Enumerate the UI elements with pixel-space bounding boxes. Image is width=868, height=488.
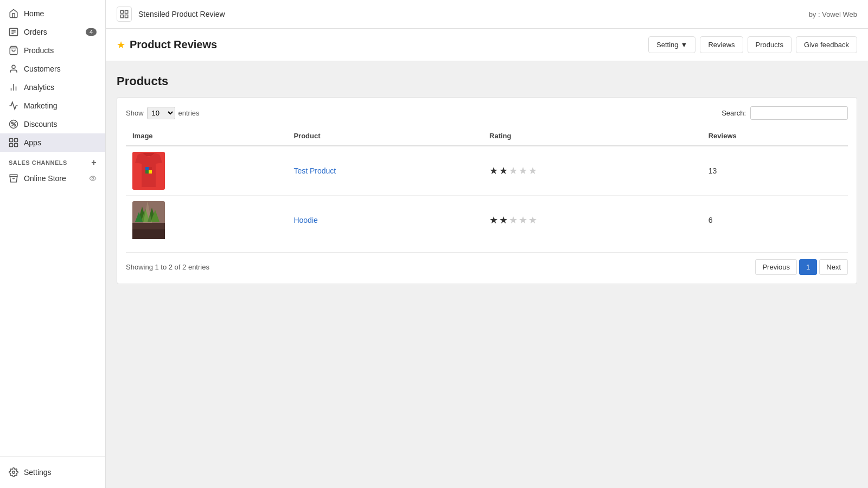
product-name-cell: Test Product	[287, 146, 483, 196]
table-footer: Showing 1 to 2 of 2 entries Previous 1 N…	[126, 252, 848, 275]
svg-rect-28	[149, 170, 152, 174]
star-filled: ★	[499, 165, 509, 176]
svg-rect-25	[145, 167, 149, 170]
feedback-button[interactable]: Give feedback	[796, 36, 857, 53]
table-controls: Show 10 25 50 100 entries Search:	[126, 106, 848, 120]
add-sales-channel-button[interactable]: +	[91, 158, 97, 167]
entries-label: entries	[178, 109, 200, 117]
star-filled: ★	[489, 165, 499, 176]
products-table-container: Show 10 25 50 100 entries Search:	[117, 97, 857, 284]
home-icon	[9, 9, 18, 18]
reviews-button[interactable]: Reviews	[700, 36, 743, 53]
sidebar-item-online-store[interactable]: Online Store	[0, 169, 105, 188]
content-area: Products Show 10 25 50 100 entries Searc…	[106, 61, 868, 488]
sidebar: Home Orders 4 Produ	[0, 0, 106, 488]
svg-point-16	[92, 177, 94, 179]
sales-channels-header: SALES CHANNELS +	[0, 152, 105, 169]
settings-icon	[9, 467, 18, 477]
title-star-icon: ★	[117, 39, 125, 51]
products-table: Image Product Rating Reviews	[126, 126, 848, 245]
svg-rect-14	[10, 144, 13, 147]
svg-rect-20	[120, 15, 123, 18]
search-area: Search:	[722, 106, 848, 120]
svg-point-17	[12, 471, 15, 474]
sidebar-label-apps: Apps	[24, 138, 41, 147]
product-link[interactable]: Test Product	[293, 166, 336, 175]
sidebar-item-orders[interactable]: Orders 4	[0, 23, 105, 41]
star-empty: ★	[519, 165, 528, 176]
products-button[interactable]: Products	[748, 36, 792, 53]
star-empty: ★	[509, 165, 519, 176]
sidebar-nav: Home Orders 4 Produ	[0, 0, 105, 456]
star-rating: ★★★★★	[489, 165, 538, 176]
sidebar-item-customers[interactable]: Customers	[0, 60, 105, 78]
star-empty: ★	[528, 165, 538, 176]
svg-rect-21	[125, 15, 128, 18]
sidebar-item-analytics[interactable]: Analytics	[0, 78, 105, 97]
svg-rect-19	[125, 10, 128, 13]
orders-icon	[9, 27, 18, 37]
svg-rect-37	[132, 229, 165, 239]
product-image	[132, 152, 165, 190]
product-reviews-cell: 6	[702, 196, 848, 245]
star-filled: ★	[499, 215, 509, 226]
col-reviews: Reviews	[702, 126, 848, 146]
sidebar-label-home: Home	[24, 9, 44, 18]
show-label: Show	[126, 109, 144, 117]
sidebar-label-orders: Orders	[24, 28, 47, 36]
sidebar-item-settings[interactable]: Settings	[0, 463, 105, 481]
svg-rect-13	[15, 139, 18, 142]
sidebar-label-customers: Customers	[24, 65, 61, 73]
online-store-icon	[9, 174, 18, 183]
main-area: Stensiled Product Review by : Vowel Web …	[106, 0, 868, 488]
apps-icon	[9, 138, 18, 147]
page-1-button[interactable]: 1	[799, 259, 817, 275]
svg-point-5	[12, 65, 15, 68]
star-empty: ★	[519, 215, 528, 226]
sidebar-footer: Settings	[0, 456, 105, 488]
star-empty: ★	[509, 215, 519, 226]
product-rating-cell: ★★★★★	[483, 196, 702, 245]
product-rating-cell: ★★★★★	[483, 146, 702, 196]
sidebar-label-discounts: Discounts	[24, 120, 57, 129]
table-header-row: Image Product Rating Reviews	[126, 126, 848, 146]
sidebar-label-products: Products	[24, 46, 54, 55]
sidebar-label-settings: Settings	[24, 468, 52, 477]
product-image-cell	[126, 146, 287, 196]
product-reviews-cell: 13	[702, 146, 848, 196]
online-store-visibility-icon[interactable]	[89, 175, 97, 182]
svg-point-9	[11, 122, 13, 124]
star-filled: ★	[489, 215, 499, 226]
svg-rect-26	[149, 167, 152, 170]
product-link[interactable]: Hoodie	[293, 216, 317, 224]
app-title: Stensiled Product Review	[138, 10, 225, 18]
col-image: Image	[126, 126, 287, 146]
orders-badge: 4	[86, 28, 97, 36]
previous-button[interactable]: Previous	[755, 259, 797, 275]
products-icon	[9, 46, 18, 55]
sidebar-label-marketing: Marketing	[24, 101, 57, 110]
sidebar-item-products[interactable]: Products	[0, 41, 105, 60]
entries-select[interactable]: 10 25 50 100	[147, 107, 175, 119]
star-rating: ★★★★★	[489, 215, 538, 226]
showing-text: Showing 1 to 2 of 2 entries	[126, 263, 209, 271]
sidebar-label-analytics: Analytics	[24, 83, 54, 92]
svg-point-10	[14, 125, 16, 126]
setting-button[interactable]: Setting ▼	[648, 36, 695, 53]
page-title-area: ★ Product Reviews	[117, 38, 648, 51]
star-empty: ★	[528, 215, 538, 226]
search-input[interactable]	[750, 106, 848, 120]
table-row: Hoodie★★★★★6	[126, 196, 848, 245]
sidebar-item-discounts[interactable]: Discounts	[0, 115, 105, 133]
sidebar-item-marketing[interactable]: Marketing	[0, 97, 105, 115]
next-button[interactable]: Next	[819, 259, 848, 275]
pagination: Previous 1 Next	[755, 259, 848, 275]
app-by: by : Vowel Web	[809, 10, 857, 18]
svg-rect-15	[15, 144, 18, 147]
topbar: Stensiled Product Review by : Vowel Web	[106, 0, 868, 29]
sidebar-item-apps[interactable]: Apps	[0, 133, 105, 152]
svg-rect-27	[145, 170, 149, 174]
analytics-icon	[9, 82, 18, 92]
customers-icon	[9, 64, 18, 74]
sidebar-item-home[interactable]: Home	[0, 4, 105, 23]
